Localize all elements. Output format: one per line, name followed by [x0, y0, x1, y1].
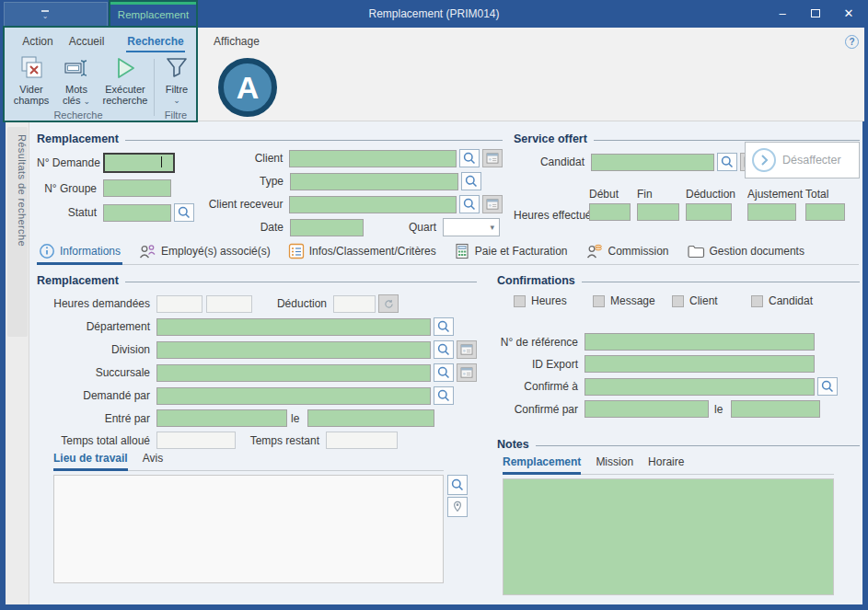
- search-icon: [721, 155, 734, 168]
- heures-debut-input[interactable]: [589, 203, 631, 221]
- temps-restant-input[interactable]: [326, 432, 398, 449]
- no-demande-input[interactable]: [103, 153, 175, 173]
- date-input[interactable]: [290, 219, 364, 236]
- division-card-button[interactable]: [457, 340, 477, 359]
- executer-recherche-button[interactable]: Exécuter recherche: [98, 55, 153, 112]
- tab-employes-associes[interactable]: Employé(s) associé(s): [136, 237, 272, 265]
- lieu-de-travail-box[interactable]: [53, 475, 444, 583]
- deduction-input[interactable]: [333, 295, 376, 313]
- deduction-refresh-button[interactable]: [378, 294, 399, 313]
- type-input[interactable]: [290, 173, 458, 190]
- filtre-button[interactable]: Filtre ⌄: [157, 55, 196, 112]
- heures-checkbox[interactable]: [514, 295, 526, 307]
- group-line: [582, 282, 860, 282]
- succursale-lookup-button[interactable]: [434, 363, 454, 382]
- succursale-input[interactable]: [156, 364, 431, 382]
- checkbox-heures-item: Heures: [514, 294, 593, 307]
- client-input[interactable]: [289, 150, 457, 167]
- tab-notes-remplacement[interactable]: Remplacement: [503, 453, 581, 475]
- demande-par-input[interactable]: [156, 387, 431, 405]
- confirme-a-label: Confirmé à: [497, 380, 584, 393]
- client-checkbox-label: Client: [689, 294, 718, 307]
- close-button[interactable]: ✕: [835, 0, 862, 28]
- tab-paie-facturation[interactable]: Paie et Facturation: [452, 237, 570, 265]
- heures-ajustement-input[interactable]: [747, 203, 796, 221]
- confirme-a-lookup-button[interactable]: [817, 377, 838, 396]
- vider-champs-button[interactable]: Vider champs: [9, 55, 53, 112]
- division-lookup-button[interactable]: [434, 340, 454, 359]
- ribbon-tab-action[interactable]: Action: [15, 32, 61, 52]
- succursale-card-button[interactable]: [457, 363, 477, 382]
- desaffecter-button[interactable]: Désaffecter: [745, 142, 860, 178]
- candidat-input[interactable]: [591, 154, 714, 171]
- ribbon-collapse-icon[interactable]: ⌄: [38, 8, 52, 23]
- candidat-lookup-button[interactable]: [717, 153, 737, 171]
- candidat-checkbox[interactable]: [751, 295, 763, 307]
- no-groupe-input[interactable]: [103, 179, 171, 197]
- client-card-button[interactable]: [482, 149, 503, 167]
- commission-icon: [585, 243, 604, 259]
- demande-par-lookup-button[interactable]: [434, 386, 454, 405]
- type-lookup-button[interactable]: [461, 172, 481, 190]
- checkbox-client-item: Client: [672, 294, 751, 307]
- tab-informations[interactable]: Informations: [37, 237, 122, 265]
- maximize-button[interactable]: [802, 0, 829, 28]
- statut-input[interactable]: [103, 204, 171, 222]
- help-icon[interactable]: ?: [845, 35, 859, 49]
- group-remplacement-detail: Remplacement Heures demandées Déduction: [37, 274, 477, 454]
- tab-gestion-documents[interactable]: Gestion documents: [685, 237, 806, 265]
- record-card-icon: [486, 153, 499, 164]
- client-receveur-lookup-button[interactable]: [459, 195, 480, 213]
- message-checkbox[interactable]: [593, 295, 605, 307]
- tab-notes-horaire[interactable]: Horaire: [648, 453, 684, 475]
- tab-commission[interactable]: Commission: [584, 237, 671, 265]
- division-input[interactable]: [156, 341, 431, 359]
- confirme-par-input[interactable]: [584, 400, 709, 418]
- tab-avis[interactable]: Avis: [143, 449, 163, 471]
- heures-deduction-input[interactable]: [686, 203, 732, 221]
- group-title-remplacement-detail: Remplacement: [37, 274, 477, 287]
- ribbon-tab-recherche[interactable]: Recherche: [126, 32, 185, 52]
- ribbon-tab-affichage[interactable]: Affichage: [208, 32, 265, 52]
- client-receveur-input[interactable]: [289, 196, 457, 213]
- statut-lookup-button[interactable]: [174, 203, 194, 222]
- tab-lieu-de-travail[interactable]: Lieu de travail: [53, 449, 128, 471]
- tab-notes-mission[interactable]: Mission: [596, 453, 633, 475]
- heures-demandees-input-2[interactable]: [206, 295, 252, 313]
- group-title-confirmations: Confirmations: [497, 274, 860, 287]
- run-search-icon: [112, 55, 138, 81]
- confirme-le-input[interactable]: [731, 400, 820, 418]
- lieu-map-button[interactable]: [447, 497, 468, 517]
- entre-par-input[interactable]: [156, 409, 287, 427]
- id-export-input[interactable]: [584, 355, 815, 373]
- no-reference-input[interactable]: [584, 333, 815, 351]
- search-icon: [463, 198, 476, 211]
- no-groupe-label: N° Groupe: [37, 182, 103, 195]
- client-lookup-button[interactable]: [459, 149, 480, 167]
- confirme-a-input[interactable]: [584, 378, 815, 396]
- client-checkbox[interactable]: [672, 295, 684, 307]
- departement-lookup-button[interactable]: [434, 317, 454, 336]
- heures-fin-input[interactable]: [637, 203, 679, 221]
- contextual-tab-remplacement[interactable]: Remplacement: [110, 2, 196, 27]
- heures-checkbox-label: Heures: [531, 294, 567, 307]
- tab-infos-classement-criteres[interactable]: Infos/Classement/Critères: [286, 237, 438, 265]
- quart-select[interactable]: ▾: [443, 218, 500, 236]
- ribbon-tab-accueil[interactable]: Accueil: [61, 32, 112, 52]
- record-card-icon: [460, 367, 473, 378]
- temps-total-input[interactable]: [156, 432, 236, 449]
- minimize-button[interactable]: –: [769, 0, 796, 28]
- entre-le-input[interactable]: [307, 409, 434, 427]
- notes-textarea[interactable]: [503, 478, 834, 595]
- lieu-lookup-button[interactable]: [447, 475, 468, 495]
- mots-cles-button[interactable]: Mots clés ⌄: [55, 55, 98, 112]
- client-receveur-card-button[interactable]: [482, 195, 503, 213]
- search-icon: [451, 478, 464, 491]
- heures-total-input[interactable]: [805, 203, 845, 221]
- search-icon: [437, 343, 450, 356]
- heures-demandees-input-1[interactable]: [156, 295, 203, 313]
- departement-input[interactable]: [156, 318, 431, 336]
- calculator-icon: [454, 243, 470, 259]
- sidebar-tab-resultats[interactable]: Résultats de recherche: [7, 127, 28, 337]
- employees-icon: [138, 243, 156, 259]
